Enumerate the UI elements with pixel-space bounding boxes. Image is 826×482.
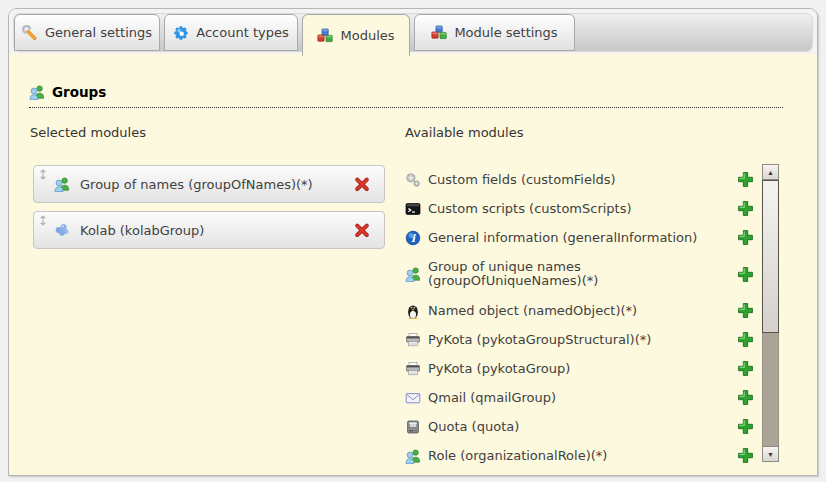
add-module-button[interactable]	[737, 171, 754, 188]
printer-icon	[405, 361, 421, 377]
plus-icon	[737, 360, 754, 377]
available-modules-list: Custom fields (customFields)Custom scrip…	[405, 165, 756, 470]
tab-bar: General settingsAccount typesModulesModu…	[13, 13, 813, 52]
group-icon	[54, 176, 70, 192]
available-module-row: Qmail (qmailGroup)	[405, 383, 756, 412]
remove-icon	[354, 176, 370, 192]
selected-module-label: Kolab (kolabGroup)	[80, 223, 204, 238]
kolab-icon	[54, 222, 70, 238]
add-module-button[interactable]	[737, 266, 754, 283]
gear-icon	[173, 25, 189, 41]
remove-module-button[interactable]	[354, 222, 370, 238]
section-header: Groups	[29, 84, 783, 108]
section-title: Groups	[52, 84, 106, 100]
available-module-label: PyKota (pykotaGroup)	[428, 361, 570, 376]
plus-icon	[737, 447, 754, 464]
modules-icon	[431, 25, 447, 41]
wrench-icon	[22, 25, 38, 41]
available-module-row: Custom fields (customFields)	[405, 165, 756, 194]
remove-module-button[interactable]	[354, 176, 370, 192]
available-module-row: Quota (quota)	[405, 412, 756, 441]
tab-label: Modules	[340, 28, 394, 43]
screen: General settingsAccount typesModulesModu…	[0, 0, 826, 482]
tab-modules[interactable]: Modules	[302, 14, 410, 56]
info-icon: i	[405, 230, 421, 246]
tab-label: General settings	[45, 25, 152, 40]
scroll-down-icon: ▼	[767, 451, 774, 458]
available-module-row: Group of unique names (groupOfUniqueName…	[405, 252, 756, 296]
plus-icon	[737, 229, 754, 246]
available-module-label: Custom scripts (customScripts)	[428, 201, 632, 216]
available-module-row: Named object (namedObject)(*)	[405, 296, 756, 325]
selected-module-row: Kolab (kolabGroup)	[33, 211, 385, 249]
drag-handle-icon[interactable]	[39, 215, 47, 226]
add-module-button[interactable]	[737, 418, 754, 435]
tab-label: Module settings	[454, 25, 557, 40]
scroll-up-icon: ▲	[767, 169, 774, 176]
available-module-label: Quota (quota)	[428, 419, 519, 434]
group-icon	[29, 84, 45, 100]
available-module-row: Custom scripts (customScripts)	[405, 194, 756, 223]
plus-icon	[737, 171, 754, 188]
plus-icon	[737, 389, 754, 406]
available-module-label: PyKota (pykotaGroupStructural)(*)	[428, 332, 651, 347]
tab-account-types[interactable]: Account types	[164, 14, 298, 51]
available-module-label: General information (generalInformation)	[428, 230, 697, 245]
scrollbar: ▲ ▼	[762, 164, 779, 462]
add-module-button[interactable]	[737, 200, 754, 217]
available-module-label: Qmail (qmailGroup)	[428, 390, 556, 405]
scroll-up-button[interactable]: ▲	[762, 164, 779, 180]
plus-icon	[737, 418, 754, 435]
tab-module-settings[interactable]: Module settings	[414, 14, 575, 51]
available-module-label: Custom fields (customFields)	[428, 172, 616, 187]
tab-band: General settingsAccount typesModulesModu…	[9, 9, 817, 54]
tab-general-settings[interactable]: General settings	[14, 14, 160, 51]
plus-icon	[737, 331, 754, 348]
available-modules-label: Available modules	[405, 125, 523, 140]
modules-icon	[317, 28, 333, 44]
group-icon	[405, 266, 421, 282]
plus-icon	[737, 302, 754, 319]
available-module-row: PyKota (pykotaGroupStructural)(*)	[405, 325, 756, 354]
add-module-button[interactable]	[737, 302, 754, 319]
available-module-row: Role (organizationalRole)(*)	[405, 441, 756, 470]
remove-icon	[354, 222, 370, 238]
scroll-down-button[interactable]: ▼	[762, 446, 779, 462]
selected-modules-label: Selected modules	[30, 125, 146, 140]
add-module-button[interactable]	[737, 360, 754, 377]
group-icon	[405, 448, 421, 464]
available-module-label: Named object (namedObject)(*)	[428, 303, 637, 318]
plus-icon	[737, 266, 754, 283]
add-module-button[interactable]	[737, 229, 754, 246]
envelope-icon	[405, 390, 421, 406]
printer-icon	[405, 332, 421, 348]
add-module-button[interactable]	[737, 447, 754, 464]
tab-label: Account types	[196, 25, 288, 40]
scrollbar-thumb[interactable]	[762, 180, 779, 333]
add-module-button[interactable]	[737, 331, 754, 348]
selected-module-label: Group of names (groupOfNames)(*)	[80, 177, 313, 192]
disk-icon	[405, 419, 421, 435]
available-module-row: iGeneral information (generalInformation…	[405, 223, 756, 252]
available-module-row: PyKota (pykotaGroup)	[405, 354, 756, 383]
plus-icon	[737, 200, 754, 217]
penguin-icon	[405, 303, 421, 319]
available-module-label: Role (organizationalRole)(*)	[428, 448, 607, 463]
gears-icon	[405, 172, 421, 188]
selected-modules-list: Group of names (groupOfNames)(*)Kolab (k…	[33, 165, 385, 249]
selected-module-row: Group of names (groupOfNames)(*)	[33, 165, 385, 203]
terminal-icon	[405, 201, 421, 217]
drag-handle-icon[interactable]	[39, 169, 47, 180]
available-module-label: Group of unique names (groupOfUniqueName…	[428, 260, 633, 288]
add-module-button[interactable]	[737, 389, 754, 406]
